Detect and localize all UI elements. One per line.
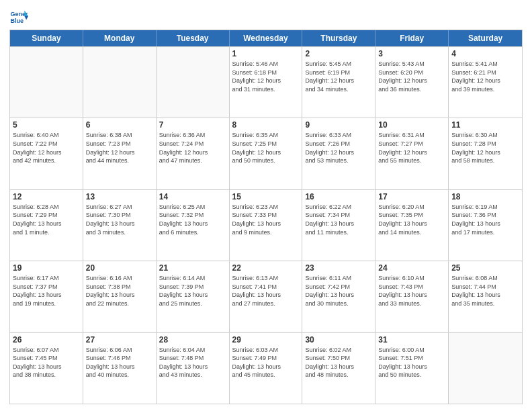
day-cell: 29Sunrise: 6:03 AM Sunset: 7:49 PM Dayli… xyxy=(230,333,303,404)
day-cell: 16Sunrise: 6:22 AM Sunset: 7:34 PM Dayli… xyxy=(302,190,375,261)
day-cell: 22Sunrise: 6:13 AM Sunset: 7:41 PM Dayli… xyxy=(230,261,303,332)
day-info: Sunrise: 6:08 AM Sunset: 7:44 PM Dayligh… xyxy=(451,274,519,308)
day-info: Sunrise: 6:28 AM Sunset: 7:29 PM Dayligh… xyxy=(13,203,80,236)
day-number: 15 xyxy=(232,192,300,201)
day-cell: 13Sunrise: 6:27 AM Sunset: 7:30 PM Dayli… xyxy=(83,190,157,261)
day-cell xyxy=(449,333,522,404)
day-header-thursday: Thursday xyxy=(302,30,375,46)
day-number: 7 xyxy=(159,120,226,130)
day-info: Sunrise: 6:14 AM Sunset: 7:39 PM Dayligh… xyxy=(159,274,226,308)
day-number: 2 xyxy=(305,49,372,58)
day-info: Sunrise: 6:30 AM Sunset: 7:28 PM Dayligh… xyxy=(451,131,519,165)
day-cell: 18Sunrise: 6:19 AM Sunset: 7:36 PM Dayli… xyxy=(449,190,522,261)
day-header-friday: Friday xyxy=(375,30,449,46)
svg-text:Blue: Blue xyxy=(10,17,24,24)
day-info: Sunrise: 6:02 AM Sunset: 7:50 PM Dayligh… xyxy=(305,346,372,379)
day-info: Sunrise: 6:31 AM Sunset: 7:27 PM Dayligh… xyxy=(378,131,445,165)
day-header-saturday: Saturday xyxy=(449,30,522,46)
day-cell: 5Sunrise: 6:40 AM Sunset: 7:22 PM Daylig… xyxy=(10,118,83,189)
logo: General Blue xyxy=(9,7,28,26)
day-number: 18 xyxy=(451,192,519,201)
day-cell: 27Sunrise: 6:06 AM Sunset: 7:46 PM Dayli… xyxy=(83,333,157,404)
day-number: 1 xyxy=(232,49,300,58)
day-cell: 7Sunrise: 6:36 AM Sunset: 7:24 PM Daylig… xyxy=(157,118,230,189)
day-info: Sunrise: 6:19 AM Sunset: 7:36 PM Dayligh… xyxy=(451,203,519,236)
day-number: 29 xyxy=(232,335,300,345)
week-row-5: 26Sunrise: 6:07 AM Sunset: 7:45 PM Dayli… xyxy=(10,332,522,404)
day-number: 4 xyxy=(451,49,519,58)
day-headers: SundayMondayTuesdayWednesdayThursdayFrid… xyxy=(10,30,522,46)
day-header-wednesday: Wednesday xyxy=(230,30,303,46)
day-number: 13 xyxy=(86,192,153,201)
page: General Blue SundayMondayTuesdayWednesda… xyxy=(0,0,532,411)
day-info: Sunrise: 6:17 AM Sunset: 7:37 PM Dayligh… xyxy=(13,274,80,308)
day-number: 10 xyxy=(378,120,445,130)
day-cell: 21Sunrise: 6:14 AM Sunset: 7:39 PM Dayli… xyxy=(157,261,230,332)
day-info: Sunrise: 6:35 AM Sunset: 7:25 PM Dayligh… xyxy=(232,131,300,165)
day-header-sunday: Sunday xyxy=(10,30,83,46)
day-number: 23 xyxy=(305,263,372,273)
week-row-4: 19Sunrise: 6:17 AM Sunset: 7:37 PM Dayli… xyxy=(10,261,522,332)
day-number: 24 xyxy=(378,263,445,273)
logo-icon: General Blue xyxy=(9,7,28,26)
day-number: 20 xyxy=(86,263,153,273)
day-info: Sunrise: 5:43 AM Sunset: 6:20 PM Dayligh… xyxy=(378,60,445,93)
day-info: Sunrise: 6:36 AM Sunset: 7:24 PM Dayligh… xyxy=(159,131,226,165)
day-cell: 6Sunrise: 6:38 AM Sunset: 7:23 PM Daylig… xyxy=(83,118,157,189)
day-number: 11 xyxy=(451,120,519,130)
day-cell: 3Sunrise: 5:43 AM Sunset: 6:20 PM Daylig… xyxy=(375,47,449,118)
day-cell: 26Sunrise: 6:07 AM Sunset: 7:45 PM Dayli… xyxy=(10,333,83,404)
calendar: SundayMondayTuesdayWednesdayThursdayFrid… xyxy=(9,30,523,404)
day-number: 9 xyxy=(305,120,372,130)
day-number: 6 xyxy=(86,120,153,130)
weeks: 1Sunrise: 5:46 AM Sunset: 6:18 PM Daylig… xyxy=(10,46,522,404)
day-number: 30 xyxy=(305,335,372,345)
day-number: 22 xyxy=(232,263,300,273)
week-row-2: 5Sunrise: 6:40 AM Sunset: 7:22 PM Daylig… xyxy=(10,118,522,189)
day-number: 31 xyxy=(378,335,445,345)
day-info: Sunrise: 6:06 AM Sunset: 7:46 PM Dayligh… xyxy=(86,346,153,379)
day-info: Sunrise: 6:38 AM Sunset: 7:23 PM Dayligh… xyxy=(86,131,153,165)
day-cell: 17Sunrise: 6:20 AM Sunset: 7:35 PM Dayli… xyxy=(375,190,449,261)
day-number: 3 xyxy=(378,49,445,58)
day-cell: 23Sunrise: 6:11 AM Sunset: 7:42 PM Dayli… xyxy=(302,261,375,332)
day-cell: 24Sunrise: 6:10 AM Sunset: 7:43 PM Dayli… xyxy=(375,261,449,332)
day-cell: 15Sunrise: 6:23 AM Sunset: 7:33 PM Dayli… xyxy=(230,190,303,261)
day-number: 21 xyxy=(159,263,226,273)
day-info: Sunrise: 6:25 AM Sunset: 7:32 PM Dayligh… xyxy=(159,203,226,236)
day-cell xyxy=(157,47,230,118)
day-cell: 10Sunrise: 6:31 AM Sunset: 7:27 PM Dayli… xyxy=(375,118,449,189)
day-number: 25 xyxy=(451,263,519,273)
day-cell xyxy=(83,47,157,118)
day-cell: 25Sunrise: 6:08 AM Sunset: 7:44 PM Dayli… xyxy=(449,261,522,332)
day-info: Sunrise: 6:13 AM Sunset: 7:41 PM Dayligh… xyxy=(232,274,300,308)
day-info: Sunrise: 6:27 AM Sunset: 7:30 PM Dayligh… xyxy=(86,203,153,236)
day-cell: 31Sunrise: 6:00 AM Sunset: 7:51 PM Dayli… xyxy=(375,333,449,404)
day-cell: 30Sunrise: 6:02 AM Sunset: 7:50 PM Dayli… xyxy=(302,333,375,404)
week-row-1: 1Sunrise: 5:46 AM Sunset: 6:18 PM Daylig… xyxy=(10,46,522,118)
day-number: 14 xyxy=(159,192,226,201)
day-header-tuesday: Tuesday xyxy=(157,30,230,46)
day-cell: 9Sunrise: 6:33 AM Sunset: 7:26 PM Daylig… xyxy=(302,118,375,189)
day-number: 16 xyxy=(305,192,372,201)
day-number: 27 xyxy=(86,335,153,345)
day-number: 12 xyxy=(13,192,80,201)
day-number: 17 xyxy=(378,192,445,201)
day-info: Sunrise: 5:45 AM Sunset: 6:19 PM Dayligh… xyxy=(305,60,372,93)
day-number: 28 xyxy=(159,335,226,345)
day-info: Sunrise: 5:46 AM Sunset: 6:18 PM Dayligh… xyxy=(232,60,300,93)
day-cell: 1Sunrise: 5:46 AM Sunset: 6:18 PM Daylig… xyxy=(230,47,303,118)
day-cell: 11Sunrise: 6:30 AM Sunset: 7:28 PM Dayli… xyxy=(449,118,522,189)
day-info: Sunrise: 5:41 AM Sunset: 6:21 PM Dayligh… xyxy=(451,60,519,93)
day-info: Sunrise: 6:33 AM Sunset: 7:26 PM Dayligh… xyxy=(305,131,372,165)
day-info: Sunrise: 6:40 AM Sunset: 7:22 PM Dayligh… xyxy=(13,131,80,165)
header: General Blue xyxy=(9,7,523,26)
day-info: Sunrise: 6:03 AM Sunset: 7:49 PM Dayligh… xyxy=(232,346,300,379)
day-cell: 12Sunrise: 6:28 AM Sunset: 7:29 PM Dayli… xyxy=(10,190,83,261)
day-cell: 20Sunrise: 6:16 AM Sunset: 7:38 PM Dayli… xyxy=(83,261,157,332)
svg-marker-3 xyxy=(24,16,28,20)
day-number: 5 xyxy=(13,120,80,130)
day-cell: 4Sunrise: 5:41 AM Sunset: 6:21 PM Daylig… xyxy=(449,47,522,118)
day-info: Sunrise: 6:22 AM Sunset: 7:34 PM Dayligh… xyxy=(305,203,372,236)
day-cell: 14Sunrise: 6:25 AM Sunset: 7:32 PM Dayli… xyxy=(157,190,230,261)
